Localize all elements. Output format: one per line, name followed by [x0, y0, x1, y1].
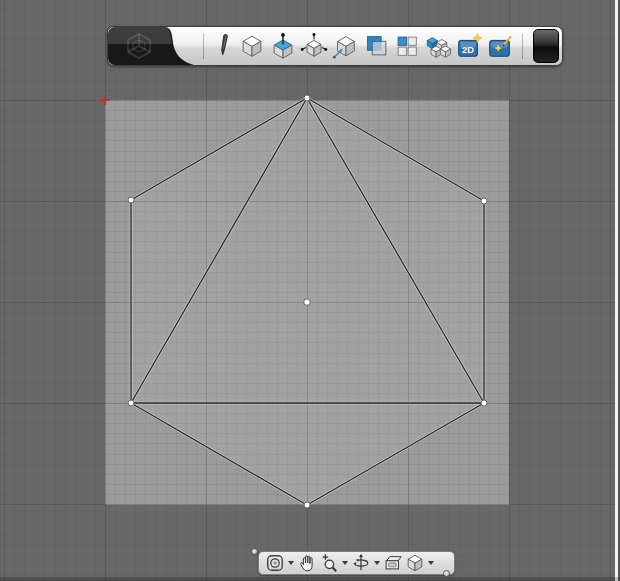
- app-menu-tab[interactable]: [108, 27, 194, 65]
- combine-icon: [362, 31, 390, 61]
- zoom-icon: [319, 553, 339, 573]
- view-cube-button[interactable]: [405, 552, 425, 574]
- sketch-vertex-handle[interactable]: [304, 502, 310, 508]
- pattern-icon: [393, 31, 421, 61]
- window-edge-bottom: [0, 577, 620, 581]
- sketch-vertex-handle[interactable]: [128, 400, 134, 406]
- view-navigation-bar: [258, 551, 455, 575]
- navbar-grip-handle[interactable]: [251, 548, 258, 555]
- zoom-dropdown-caret[interactable]: [342, 561, 348, 565]
- modeling-app-window: 2D: [0, 0, 620, 581]
- view-cube-icon: [405, 553, 425, 573]
- sketch-2d-button[interactable]: 2D: [455, 30, 483, 62]
- sketch-pen-button[interactable]: [213, 30, 235, 62]
- fit-view-button[interactable]: [265, 552, 285, 574]
- view-cube-dropdown-caret[interactable]: [428, 561, 434, 565]
- fit-view-dropdown-caret[interactable]: [288, 561, 294, 565]
- look-at-button[interactable]: [383, 552, 403, 574]
- zoom-button[interactable]: [319, 552, 339, 574]
- primitive-cube-button[interactable]: [238, 30, 266, 62]
- combine-button[interactable]: [362, 30, 390, 62]
- pan-button[interactable]: [297, 552, 317, 574]
- navbar-grip-handle[interactable]: [443, 570, 450, 577]
- sketch-vertex-handle[interactable]: [481, 198, 487, 204]
- sketch-2d-icon: 2D: [455, 31, 483, 61]
- orbit-button[interactable]: [351, 552, 371, 574]
- toolbar-separator: [522, 33, 523, 59]
- primitive-cube-icon: [238, 31, 266, 61]
- snap-button[interactable]: [331, 30, 359, 62]
- transform-move-button[interactable]: [300, 30, 328, 62]
- render-button[interactable]: [486, 30, 514, 62]
- grouping-button[interactable]: [424, 30, 452, 62]
- transform-move-icon: [300, 31, 328, 61]
- sketch-pen-icon: [213, 31, 235, 61]
- fit-view-icon: [265, 553, 285, 573]
- grid-origin-point[interactable]: [304, 299, 310, 305]
- sketch-vertex-handle[interactable]: [128, 197, 134, 203]
- 2d-badge-label: 2D: [462, 45, 474, 55]
- pan-hand-icon: [297, 553, 317, 573]
- toolbar-endcap[interactable]: [533, 29, 559, 63]
- pattern-button[interactable]: [393, 30, 421, 62]
- main-toolbar: 2D: [107, 26, 563, 66]
- orbit-dropdown-caret[interactable]: [374, 561, 380, 565]
- toolbar-tools-row: 2D: [196, 27, 530, 65]
- sketch-canvas[interactable]: [0, 0, 620, 581]
- grouping-icon: [424, 31, 452, 61]
- render-icon: [486, 31, 514, 61]
- sketch-vertex-handle[interactable]: [304, 95, 310, 101]
- snap-icon: [331, 31, 359, 61]
- orbit-icon: [351, 553, 371, 573]
- press-pull-button[interactable]: [269, 30, 297, 62]
- look-at-icon: [383, 553, 403, 573]
- toolbar-separator: [203, 33, 204, 59]
- press-pull-icon: [269, 31, 297, 61]
- sketch-vertex-handle[interactable]: [481, 400, 487, 406]
